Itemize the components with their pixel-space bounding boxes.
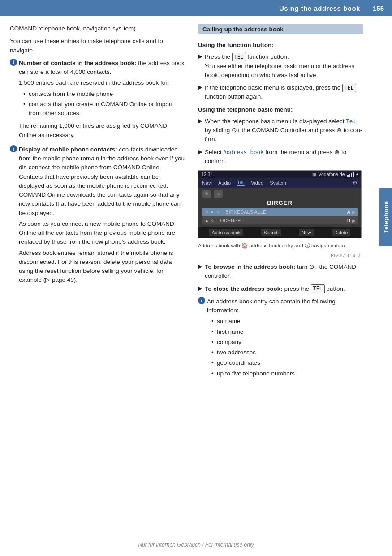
entry-bullet-list: surname first name company two addresses…	[207, 317, 363, 378]
entry-bullet-surname: surname	[211, 317, 363, 326]
ab-nav-video: Video	[251, 180, 263, 185]
section-heading-text: Calling up the address book	[202, 26, 284, 33]
ab-contact-name: BIRGER	[202, 199, 358, 206]
ab-btn-new: New	[299, 229, 314, 236]
ab-icon-box-1: ✆	[202, 190, 211, 198]
right-column: Calling up the address book Using the fu…	[193, 24, 380, 385]
intro-line-1: COMAND telephone book, navigation sys-te…	[10, 24, 185, 33]
contacts-remaining: The remaining 1,000 entries are assigned…	[19, 121, 185, 140]
entry-bullet-addresses: two addresses	[211, 348, 363, 357]
step-press-tel-content: Press the TEL function button. You see e…	[205, 52, 363, 80]
entry-bullet-company: company	[211, 338, 363, 347]
entry-bullet-firstname: first name	[211, 328, 363, 336]
ab-bottom-bar: Address book Search New Delete	[198, 227, 361, 238]
info-icon-2: i	[10, 145, 17, 152]
ab-nav-settings-icon: ⚙	[353, 180, 358, 186]
ab-status-right: ▩ Vodafone de ●	[312, 172, 358, 177]
ab-network-icon: ●	[356, 172, 358, 177]
ab-contact-area: ✆ ☺ BIRGER ✆ ▲ ☺ : BIRKEDALS ALLÉ	[198, 188, 361, 227]
page-title: Using the address book	[279, 4, 360, 12]
ab-network: Vodafone de	[319, 172, 345, 177]
info-block-entry-content: An address book entry can contain the fo…	[207, 297, 363, 382]
ab-time: 12:34	[201, 172, 213, 177]
ab-nav-tel: Tel.	[237, 180, 245, 186]
ab-row-1-letter: A	[347, 209, 350, 215]
ab-nav-system: System	[270, 180, 286, 185]
ab-row-1-icons: ✆ ▲ ☺	[205, 210, 220, 214]
ab-row-1-icon-person: ☺	[216, 210, 220, 214]
function-button-title: Using the function button:	[198, 41, 363, 50]
side-tab-label: Telephone	[383, 201, 389, 233]
side-tab: Telephone	[379, 188, 392, 246]
address-book-image: 12:34 ▩ Vodafone de ● Navi Audio Tel.	[198, 170, 362, 238]
ab-row-1-icon-nav: ▲	[210, 210, 214, 214]
ab-row-2-icon-person: ☺	[211, 218, 215, 223]
ab-row-2: ▲ ☺ : ODENSE B ▶	[202, 216, 358, 224]
ab-signal-bars	[347, 172, 354, 177]
step-select-address-book-content: Select Address book from the menu and pr…	[205, 148, 363, 166]
close-block-content: To close the address book: press the TEL…	[205, 284, 363, 293]
header-bar: Using the address book 155	[0, 0, 392, 16]
contacts-reserved: 1,500 entries each are reserved in the a…	[19, 78, 185, 87]
step-press-tel: ▶ Press the TEL function button. You see…	[198, 52, 363, 80]
ab-top-icons-row: ✆ ☺	[202, 190, 358, 198]
ab-contact-rows: ✆ ▲ ☺ : BIRKEDALS ALLÉ A ▶ ▲ ☺ : OD	[202, 208, 358, 224]
step-press-tel-sub: You see either the telephone basic menu …	[205, 63, 354, 78]
arrow-icon-6: ▶	[198, 285, 202, 292]
browse-block: ▶ To browse in the address book: turn ⊙↕…	[198, 263, 363, 281]
arrow-icon-5: ▶	[198, 263, 202, 270]
ab-image-ref: P82.87-8136-31	[198, 253, 363, 259]
tel-button-2: TEL	[342, 84, 356, 92]
ab-btn-search: Search	[261, 229, 281, 236]
basic-menu-title: Using the telephone basic menu:	[198, 105, 363, 114]
close-block: ▶ To close the address book: press the T…	[198, 284, 363, 293]
mobile-title: Display of mobile phone contacts: con-ta…	[19, 145, 185, 218]
ab-btn-address-book: Address book	[209, 229, 243, 236]
entry-bullet-geo: geo-coordinates	[211, 358, 363, 367]
arrow-icon-3: ▶	[198, 117, 202, 124]
arrow-icon-2: ▶	[198, 84, 202, 91]
step-select-address-book: ▶ Select Address book from the menu and …	[198, 148, 363, 166]
entry-intro: An address book entry can contain the fo…	[207, 297, 363, 315]
ab-statusbar: 12:34 ▩ Vodafone de ●	[198, 171, 361, 178]
ab-icon-box-2: ☺	[214, 190, 223, 198]
ab-icon-sim: ▩	[312, 172, 316, 177]
tel-button-3: TEL	[311, 284, 325, 293]
left-column: COMAND telephone book, navigation sys-te…	[0, 24, 193, 385]
info-block-mobile-content: Display of mobile phone contacts: con-ta…	[19, 145, 185, 287]
ab-row-2-arrow: ▶	[352, 218, 356, 223]
ab-row-1-icon-phone: ✆	[205, 210, 208, 214]
step-if-basic-menu-content: If the telephone basic menu is displayed…	[205, 83, 363, 102]
footer-text: Nur für internen Gebrauch / For internal…	[138, 542, 254, 548]
info-block-entry: i An address book entry can contain the …	[198, 297, 363, 382]
ab-row-2-icons: ▲ ☺	[205, 218, 215, 223]
mobile-new-phone: As soon as you connect a new mobile phon…	[19, 220, 185, 247]
ab-image-caption: Address book with 🏠 address book entry a…	[198, 242, 363, 249]
info-block-contacts: i Number of contacts in the address book…	[10, 59, 185, 142]
contacts-title: Number of contacts in the address book: …	[19, 59, 185, 77]
contacts-bullet-list: contacts from the mobile phone contacts …	[19, 90, 185, 118]
footer: Nur für internen Gebrauch / For internal…	[0, 542, 392, 548]
step-select-tel: ▶ When the telephone basic menu is dis-p…	[198, 117, 363, 144]
ab-icon-phone: ✆	[205, 192, 208, 196]
ab-btn-delete: Delete	[332, 229, 350, 236]
info-block-contacts-content: Number of contacts in the address book: …	[19, 59, 185, 142]
arrow-icon-1: ▶	[198, 53, 202, 60]
bullet-mobile-contacts: contacts from the mobile phone	[23, 90, 185, 99]
info-icon-3: i	[198, 297, 205, 304]
ab-nav-audio: Audio	[218, 180, 231, 185]
step-if-basic-menu: ▶ If the telephone basic menu is display…	[198, 83, 363, 102]
browse-block-content: To browse in the address book: turn ⊙↕ t…	[205, 263, 363, 281]
ab-nav-bar: Navi Audio Tel. Video System ⚙	[198, 178, 361, 188]
intro-line-2: You can use these entries to make teleph…	[10, 37, 185, 55]
info-block-mobile: i Display of mobile phone contacts: con-…	[10, 145, 185, 287]
step-select-tel-content: When the telephone basic menu is dis-pla…	[205, 117, 363, 144]
ab-row-2-label: : ODENSE	[217, 218, 241, 223]
bullet-created-contacts: contacts that you create in COMAND Onlin…	[23, 100, 185, 118]
ab-row-2-letter: B	[347, 218, 350, 223]
mobile-entries-stored: Address book entries remain stored if th…	[19, 249, 185, 285]
ab-row-2-icon-nav: ▲	[205, 218, 209, 223]
ab-row-1: ✆ ▲ ☺ : BIRKEDALS ALLÉ A ▶	[202, 208, 358, 216]
ab-row-1-label: : BIRKEDALS ALLÉ	[223, 209, 266, 215]
page-number: 155	[373, 4, 384, 12]
